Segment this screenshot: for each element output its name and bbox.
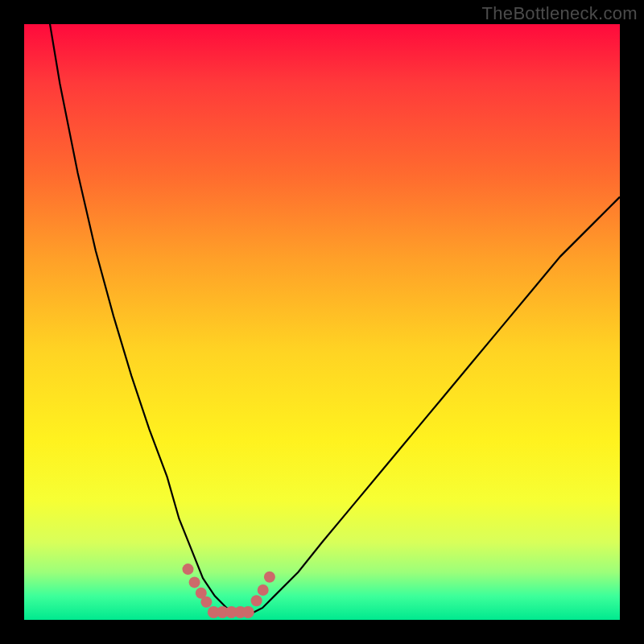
- bottom-dot: [264, 572, 275, 583]
- watermark-text: TheBottleneck.com: [482, 3, 638, 24]
- bottom-marker-dots: [183, 564, 275, 618]
- plot-area: [24, 24, 620, 620]
- chart-frame: TheBottleneck.com: [0, 0, 644, 644]
- bottom-dot: [200, 597, 212, 608]
- bottom-dot: [251, 595, 262, 606]
- curve-layer: [24, 24, 620, 620]
- bottom-dot: [258, 584, 269, 596]
- bottom-dot: [189, 576, 200, 588]
- bottom-dot: [183, 564, 194, 575]
- bottleneck-curve: [24, 0, 620, 614]
- bottom-dot: [242, 606, 254, 618]
